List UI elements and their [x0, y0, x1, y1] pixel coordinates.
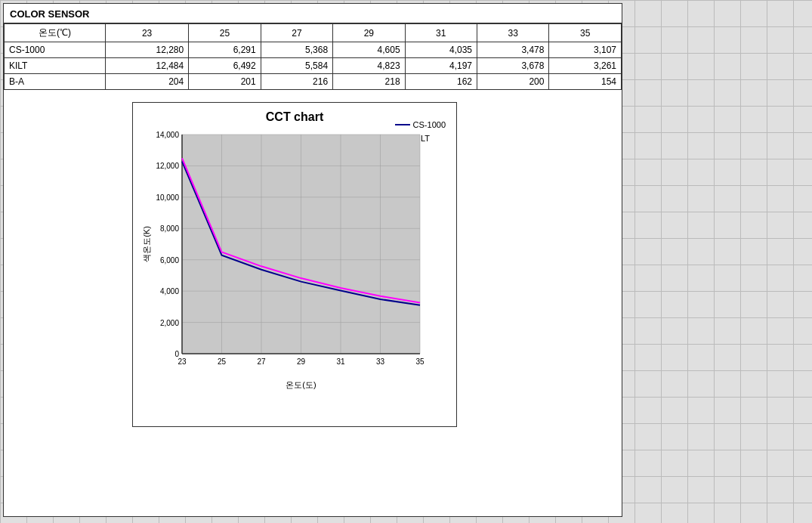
svg-text:12,000: 12,000: [156, 162, 179, 170]
table-header-2: 25: [189, 24, 261, 42]
svg-text:29: 29: [297, 357, 306, 366]
cell-2-6: 154: [549, 74, 622, 90]
cell-0-1: 6,291: [189, 42, 261, 58]
cell-0-5: 3,478: [477, 42, 549, 58]
table-header-3: 27: [261, 24, 332, 42]
table-row: B-A204201216218162200154: [5, 74, 622, 90]
svg-text:4,000: 4,000: [160, 287, 179, 296]
cell-2-0: 204: [105, 74, 188, 90]
cell-2-2: 216: [261, 74, 332, 90]
svg-text:2,000: 2,000: [160, 319, 179, 327]
table-header-1: 23: [105, 24, 188, 42]
chart-svg-area: 02,0004,0006,0008,00010,00012,00014,0002…: [140, 127, 449, 394]
section-title: COLOR SENSOR: [4, 4, 622, 23]
cell-0-2: 5,368: [261, 42, 332, 58]
svg-text:31: 31: [336, 357, 345, 366]
chart-container: CCT chart CS-1000 KILT 02,0004,0006,0008…: [132, 102, 457, 427]
svg-text:27: 27: [257, 357, 266, 366]
row-label-0: CS-1000: [5, 42, 106, 58]
table-header-4: 29: [333, 24, 405, 42]
svg-text:6,000: 6,000: [160, 256, 179, 265]
svg-text:35: 35: [415, 357, 425, 366]
table-header-5: 31: [405, 24, 477, 42]
table-header-7: 35: [549, 24, 622, 42]
cell-2-1: 201: [189, 74, 261, 90]
content-panel: COLOR SENSOR 온도(℃)23252729313335CS-10001…: [3, 3, 622, 517]
cell-1-0: 12,484: [105, 58, 188, 74]
chart-svg: 02,0004,0006,0008,00010,00012,00014,0002…: [140, 127, 428, 391]
svg-text:25: 25: [218, 357, 227, 366]
cell-0-0: 12,280: [105, 42, 188, 58]
cell-1-2: 5,584: [261, 58, 332, 74]
cell-1-5: 3,678: [477, 58, 549, 74]
legend-line-cs1000: [395, 124, 410, 125]
cell-1-6: 3,261: [549, 58, 622, 74]
row-label-2: B-A: [5, 74, 106, 90]
row-label-1: KILT: [5, 58, 106, 74]
cell-2-5: 200: [477, 74, 549, 90]
svg-text:10,000: 10,000: [156, 193, 179, 202]
table-row: KILT12,4846,4925,5844,8234,1973,6783,261: [5, 58, 622, 74]
table-header-0: 온도(℃): [5, 24, 106, 42]
cell-1-3: 4,823: [333, 58, 405, 74]
svg-text:8,000: 8,000: [160, 224, 179, 233]
cell-0-4: 4,035: [405, 42, 477, 58]
table-header-6: 33: [477, 24, 549, 42]
cell-1-1: 6,492: [189, 58, 261, 74]
cell-0-6: 3,107: [549, 42, 622, 58]
svg-text:33: 33: [376, 357, 385, 366]
cell-2-4: 162: [405, 74, 477, 90]
svg-text:23: 23: [178, 357, 187, 366]
data-table: 온도(℃)23252729313335CS-100012,2806,2915,3…: [4, 23, 622, 90]
title-text: COLOR SENSOR: [10, 8, 89, 20]
table-row: CS-100012,2806,2915,3684,6054,0353,4783,…: [5, 42, 622, 58]
cell-2-3: 218: [333, 74, 405, 90]
cell-1-4: 4,197: [405, 58, 477, 74]
svg-text:온도(도): 온도(도): [286, 380, 316, 389]
cell-0-3: 4,605: [333, 42, 405, 58]
svg-text:색온도(K): 색온도(K): [142, 226, 151, 262]
svg-text:14,000: 14,000: [156, 131, 179, 139]
